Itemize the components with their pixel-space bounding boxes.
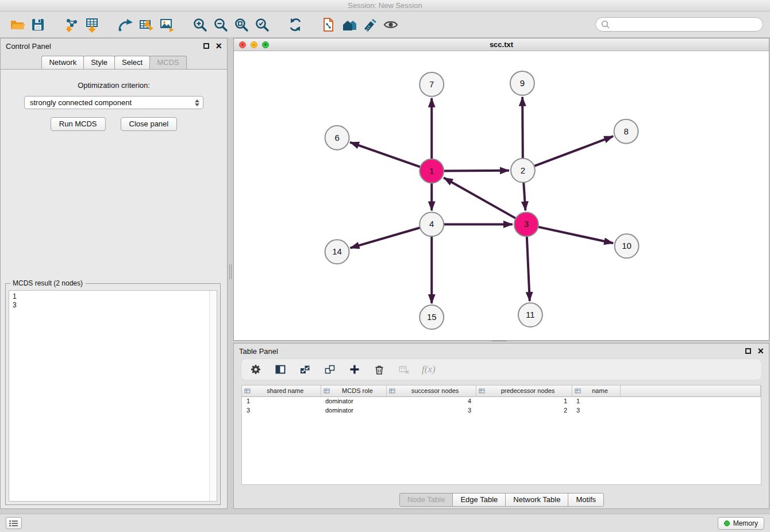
network-view-window: × − + scc.txt 7968124314101511 — [233, 38, 769, 341]
memory-status-icon — [724, 521, 730, 526]
graph-edge-3-11[interactable] — [527, 236, 530, 301]
refresh-button[interactable] — [285, 14, 306, 35]
window-titlebar[interactable]: Session: New Session — [0, 0, 770, 11]
tab-style[interactable]: Style — [83, 56, 115, 69]
tab-motifs[interactable]: Motifs — [568, 493, 604, 507]
zoom-out-button[interactable] — [210, 14, 231, 35]
graph-node-8[interactable]: 8 — [614, 119, 638, 144]
close-panel-button[interactable]: Close panel — [121, 117, 178, 131]
memory-button[interactable]: Memory — [718, 517, 764, 530]
tab-network[interactable]: Network — [41, 56, 84, 69]
search-field[interactable] — [595, 17, 763, 32]
home-button[interactable] — [339, 14, 360, 35]
graph-node-4[interactable]: 4 — [419, 212, 444, 236]
graph-node-label: 11 — [526, 310, 535, 319]
mcds-result-area: 1 3 — [9, 290, 217, 502]
column-header-name[interactable]: name — [572, 385, 620, 396]
tab-mcds[interactable]: MCDS — [149, 56, 186, 69]
select-stepper-icon — [195, 99, 199, 106]
table-row[interactable]: 3 dominator 3 2 3 — [242, 406, 761, 415]
cell-successor-nodes: 4 — [386, 396, 476, 406]
table-panel-tabs: Node Table Edge Table Network Table Moti… — [234, 493, 769, 507]
show-column-panel-button[interactable] — [274, 363, 287, 376]
tab-select[interactable]: Select — [114, 56, 150, 69]
graph-node-label: 8 — [623, 126, 628, 136]
run-mcds-button[interactable]: Run MCDS — [51, 117, 106, 131]
graph-node-14[interactable]: 14 — [325, 240, 349, 264]
tab-node-table[interactable]: Node Table — [399, 493, 453, 507]
import-table-button[interactable] — [82, 14, 102, 35]
graph-node-label: 4 — [429, 219, 434, 229]
table-settings-button[interactable] — [249, 363, 263, 376]
cell-shared-name: 3 — [242, 406, 321, 415]
graph-node-7[interactable]: 7 — [419, 72, 444, 97]
export-table-icon — [138, 17, 154, 33]
criterion-select[interactable]: strongly connected component — [24, 96, 203, 109]
zoom-fit-icon — [233, 17, 249, 33]
graph-node-1[interactable]: 1 — [419, 159, 444, 183]
cell-successor-nodes: 3 — [386, 406, 476, 415]
unselect-all-columns-button[interactable] — [323, 363, 337, 376]
export-image-button[interactable] — [156, 14, 177, 35]
cell-predecessor-nodes: 2 — [476, 406, 572, 415]
zoom-in-button[interactable] — [190, 14, 210, 35]
vertical-splitter-handle[interactable] — [228, 264, 233, 279]
maximize-window-icon[interactable]: + — [262, 41, 269, 48]
show-details-button[interactable] — [380, 14, 401, 35]
close-table-panel-icon[interactable]: × — [757, 348, 764, 354]
minimize-window-icon[interactable]: − — [251, 41, 257, 48]
plus-icon — [349, 364, 360, 375]
column-header-mcds-role[interactable]: MCDS role — [321, 385, 386, 396]
graph-edge-2-9[interactable] — [522, 97, 523, 159]
graph-edge-2-3[interactable] — [523, 183, 525, 211]
graph-edge-2-8[interactable] — [534, 136, 613, 166]
status-bar: Memory — [0, 514, 770, 532]
close-panel-icon[interactable]: × — [215, 43, 222, 49]
result-scrollbar[interactable] — [209, 291, 217, 501]
network-graph: 7968124314101511 — [234, 51, 769, 340]
network-window-titlebar[interactable]: × − + scc.txt — [234, 38, 769, 51]
document-network-button[interactable] — [318, 14, 339, 35]
export-network-button[interactable] — [115, 14, 136, 35]
graph-edge-1-2[interactable] — [444, 171, 509, 171]
search-input[interactable] — [613, 20, 757, 29]
zoom-selected-button[interactable] — [252, 14, 272, 35]
select-all-columns-button[interactable] — [298, 363, 312, 376]
style-brush-button[interactable] — [360, 14, 380, 35]
export-table-button[interactable] — [136, 14, 156, 35]
graph-node-11[interactable]: 11 — [518, 303, 542, 327]
float-table-panel-icon[interactable] — [745, 348, 751, 354]
mcds-result-line: 3 — [13, 301, 213, 310]
close-window-icon[interactable]: × — [239, 41, 246, 48]
graph-edge-3-1[interactable] — [444, 178, 516, 218]
network-canvas[interactable]: 7968124314101511 — [234, 51, 769, 340]
open-session-button[interactable] — [7, 14, 28, 35]
tab-network-table[interactable]: Network Table — [505, 493, 568, 507]
column-header-successor-nodes[interactable]: successor nodes — [386, 385, 476, 396]
import-network-button[interactable] — [61, 14, 82, 35]
eye-icon — [383, 17, 399, 33]
tab-edge-table[interactable]: Edge Table — [452, 493, 506, 507]
cell-filler — [620, 406, 761, 415]
column-header-predecessor-nodes[interactable]: predecessor nodes — [476, 385, 572, 396]
column-header-shared-name[interactable]: shared name — [242, 385, 321, 396]
add-column-button[interactable] — [348, 363, 361, 376]
zoom-fit-button[interactable] — [231, 14, 252, 35]
graph-node-15[interactable]: 15 — [419, 305, 444, 329]
graph-node-9[interactable]: 9 — [510, 71, 534, 95]
graph-node-2[interactable]: 2 — [511, 159, 535, 183]
node-table-body: 1 dominator 4 1 1 3 dominator 3 2 3 — [242, 396, 761, 415]
graph-node-10[interactable]: 10 — [615, 234, 639, 258]
float-panel-icon[interactable] — [203, 43, 209, 49]
graph-node-6[interactable]: 6 — [325, 126, 349, 150]
split-pane-icon — [275, 364, 286, 375]
table-row[interactable]: 1 dominator 4 1 1 — [242, 396, 761, 406]
delete-column-button[interactable] — [372, 363, 386, 376]
graph-edge-4-14[interactable] — [351, 228, 421, 248]
save-session-button[interactable] — [28, 14, 48, 35]
zoom-out-icon — [213, 17, 229, 33]
graph-edge-1-6[interactable] — [350, 142, 420, 167]
graph-node-3[interactable]: 3 — [514, 212, 538, 236]
graph-edge-3-10[interactable] — [538, 227, 613, 243]
task-history-button[interactable] — [6, 517, 22, 529]
